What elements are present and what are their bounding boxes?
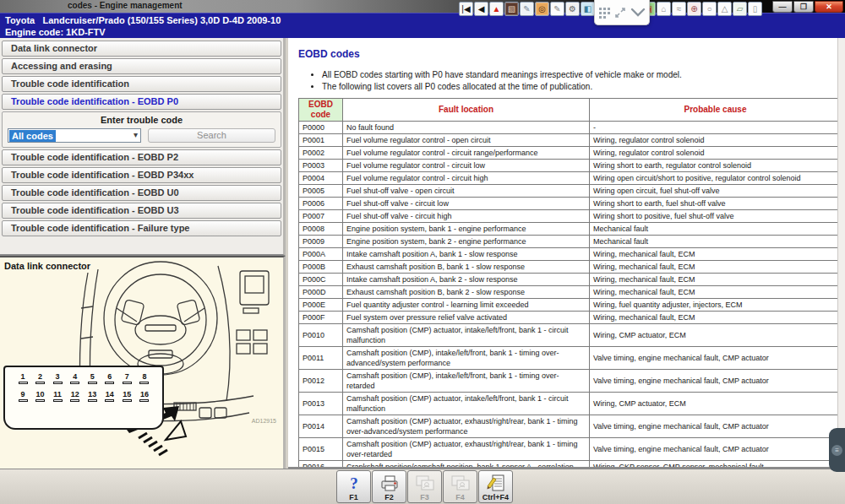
cell-fault: Camshaft position (CMP), intake/left/fro… (343, 347, 590, 370)
cell-fault: Camshaft position (CMP) actuator, exhaus… (343, 438, 590, 461)
table-row: P0016Crankshaft position/camshaft positi… (299, 461, 842, 469)
image-icon (415, 473, 435, 493)
sidebar-item-trouble-code-identification[interactable]: Trouble code identification (2, 76, 281, 92)
cell-fault: Exhaust camshaft position B, bank 2 - sl… (343, 286, 590, 299)
cell-fault: Fuel shut-off valve - open circuit (343, 185, 590, 198)
connector-pin: 4 (68, 372, 83, 384)
grid-icon[interactable] (598, 7, 610, 19)
close-button[interactable]: ✕ (815, 1, 843, 13)
vehicle-model: Toyota Landcruiser/Prado (150/155 Series… (5, 14, 840, 26)
cell-fault: Camshaft position (CMP), intake/left/fro… (343, 370, 590, 393)
table-row: P000AIntake camshaft position A, bank 1 … (299, 248, 842, 261)
connector-panel: Data link connector (0, 256, 286, 469)
function-key-label: Ctrl+F4 (482, 493, 509, 501)
table-row: P0000No fault found- (299, 122, 842, 134)
cell-code: P0010 (299, 324, 343, 347)
settings-gear-icon[interactable]: ⚙ (565, 2, 580, 16)
timing-icon[interactable]: ◎ (535, 2, 549, 16)
search-button[interactable]: Search (148, 128, 275, 143)
sidebar-item-trouble-code-identification-failure-type[interactable]: Trouble code identification - Failure ty… (2, 220, 281, 236)
table-row: P000FFuel system over pressure relief va… (299, 312, 842, 324)
table-row: P0002Fuel volume regulator control - cir… (299, 147, 842, 160)
tools-icon[interactable]: ⊕ (687, 2, 701, 16)
connector-pin: 2 (33, 372, 48, 384)
table-row: P0003Fuel volume regulator control - cir… (299, 160, 842, 172)
image-icon (450, 473, 471, 493)
hazard-icon[interactable]: △ (717, 2, 732, 16)
side-panel-handle[interactable]: ≡ (829, 428, 845, 472)
cell-fault: Fuel system over pressure relief valve a… (343, 312, 590, 324)
sidebar-item-trouble-code-identification-eobd-u0[interactable]: Trouble code identification - EOBD U0 (2, 185, 281, 201)
sidebar-item-trouble-code-identification-eobd-p34xx[interactable]: Trouble code identification - EOBD P34xx (2, 167, 281, 183)
connector-pin: 7 (119, 372, 134, 384)
obd-connector: 12345678 910111213141516 (3, 366, 164, 430)
footer: ?F1F2F3F4Ctrl+F4 (0, 469, 845, 504)
search-heading: Enter trouble code (8, 115, 275, 125)
maximize-button[interactable]: ❐ (793, 1, 814, 13)
table-row: P000EFuel quantity adjuster control - le… (299, 299, 842, 312)
cell-code: P0008 (299, 223, 343, 236)
cell-cause: Mechanical fault (590, 236, 842, 248)
sidebar-item-active[interactable]: Trouble code identification - EOBD P0 (2, 94, 281, 110)
table-row: P0013Camshaft position (CMP) actuator, i… (299, 393, 842, 415)
cell-code: P0009 (299, 236, 343, 248)
connector-pin: 1 (15, 372, 30, 384)
drawing-icon[interactable]: ✎ (550, 2, 564, 16)
page-title: EOBD codes (298, 48, 845, 60)
bulb-icon[interactable]: ○ (702, 2, 717, 16)
vehicle-info-bar: Toyota Landcruiser/Prado (150/155 Series… (0, 13, 845, 38)
table-row: P000DExhaust camshaft position B, bank 2… (299, 286, 842, 299)
handle-knob-icon: ≡ (831, 445, 842, 456)
diagnostics-icon[interactable]: ◧ (581, 2, 595, 16)
print-button[interactable]: F2 (372, 470, 406, 503)
sketch-icon[interactable]: ✎ (520, 2, 534, 16)
content: EOBD codes All EOBD codes starting with … (288, 38, 845, 469)
connector-pin: 11 (50, 390, 65, 402)
cell-fault: Engine position system, bank 1 - engine … (343, 223, 590, 236)
cell-cause: Wiring, CMP actuator, ECM (590, 324, 842, 347)
wiring-diagram-icon[interactable]: ≈ (672, 2, 686, 16)
nav-back-icon[interactable]: ◀ (474, 2, 488, 16)
cell-code: P0004 (299, 172, 343, 185)
cell-cause: Wiring, mechanical fault, ECM (590, 261, 842, 274)
notes-button[interactable]: Ctrl+F4 (478, 470, 513, 503)
codes-table: EOBD code Fault location Probable cause … (298, 98, 842, 469)
cell-cause: Wiring open circuit, fuel shut-off valve (590, 185, 842, 198)
manual-icon[interactable]: ▧ (504, 2, 519, 16)
sidebar-item-trouble-code-identification-eobd-u3[interactable]: Trouble code identification - EOBD U3 (2, 203, 281, 219)
sidebar-item-accessing-and-erasing[interactable]: Accessing and erasing (2, 58, 281, 74)
table-header-fault-location: Fault location (343, 99, 590, 122)
chevron-down-icon[interactable] (630, 8, 646, 18)
window-controls: — ❐ ✕ (772, 1, 843, 13)
cell-fault: Crankshaft position/camshaft position, b… (343, 461, 590, 469)
table-row: P0009Engine position system, bank 2 - en… (299, 236, 842, 248)
table-header-probable-cause: Probable cause (590, 99, 842, 122)
seat-icon[interactable]: ⌂ (657, 2, 671, 16)
cell-fault: Intake camshaft position A, bank 2 - slo… (343, 274, 590, 286)
vehicle-engine-code: Engine code: 1KD-FTV (5, 26, 840, 38)
expand-icon[interactable] (614, 7, 626, 19)
cell-cause: Wiring, mechanical fault, ECM (590, 286, 842, 299)
table-header-code: EOBD code (299, 99, 343, 122)
nav-first-icon[interactable]: |◀ (459, 2, 473, 16)
cell-cause: Mechanical fault (590, 223, 842, 236)
cell-code: P0013 (299, 393, 343, 415)
warning-icon[interactable]: ▲ (489, 2, 504, 16)
battery-icon[interactable]: ▯ (748, 2, 762, 16)
vehicle-icon[interactable]: ▱ (733, 2, 747, 16)
minimize-button[interactable]: — (772, 1, 793, 13)
cell-fault: Camshaft position (CMP) actuator, intake… (343, 324, 590, 347)
watermark: AD12915 (252, 418, 276, 424)
table-row: P0007Fuel shut-off valve - circuit highW… (299, 210, 842, 223)
function-key-label: F4 (455, 493, 465, 501)
cell-cause: Wiring, mechanical fault, ECM (590, 274, 842, 286)
cell-code: P000B (299, 261, 343, 274)
sidebar-item-trouble-code-identification-eobd-p2[interactable]: Trouble code identification - EOBD P2 (2, 149, 281, 165)
sidebar-item-data-link-connector[interactable]: Data link connector (2, 41, 281, 57)
help-button[interactable]: ?F1 (336, 470, 371, 503)
trouble-code-dropdown[interactable]: All codes ▾ (8, 128, 141, 143)
function-key-label: F1 (349, 493, 358, 501)
cell-code: P000F (299, 312, 343, 324)
cell-cause: Valve timing, engine mechanical fault, C… (590, 438, 842, 461)
connector-pin: 15 (119, 390, 134, 402)
